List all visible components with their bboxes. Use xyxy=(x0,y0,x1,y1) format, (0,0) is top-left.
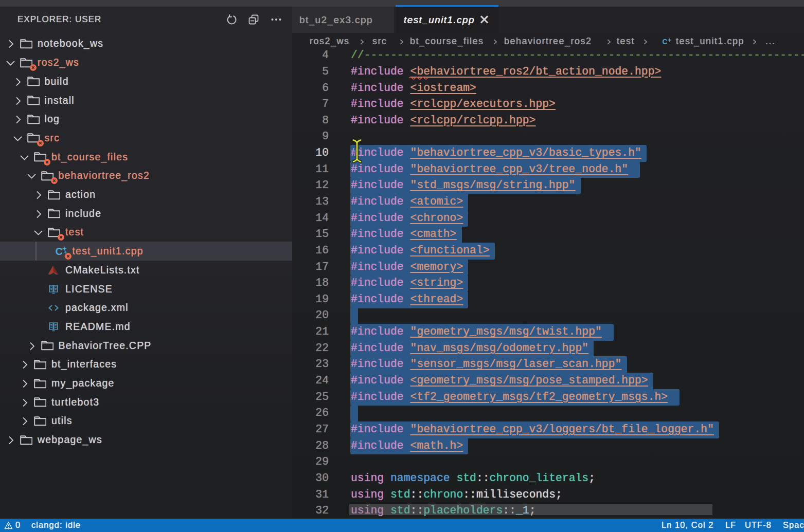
svg-text:C: C xyxy=(55,245,62,256)
svg-text:C: C xyxy=(663,38,668,46)
